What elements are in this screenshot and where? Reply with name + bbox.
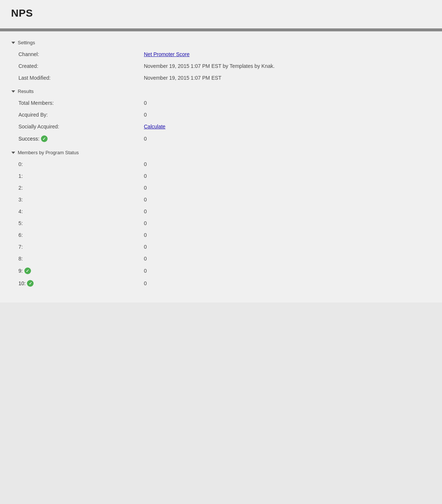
status-8-value: 0	[144, 256, 147, 262]
members-by-status-header[interactable]: Members by Program Status	[11, 147, 431, 158]
status-10-label-container: 10:	[18, 280, 144, 287]
success-checkmark-icon	[41, 135, 48, 142]
page-title: NPS	[11, 7, 431, 19]
status-5-value: 0	[144, 220, 147, 226]
status-9-label-container: 9:	[18, 267, 144, 274]
socially-acquired-value[interactable]: Calculate	[144, 124, 165, 130]
status-6-label: 6:	[18, 232, 144, 238]
status-10-value: 0	[144, 280, 147, 286]
status-3-value: 0	[144, 197, 147, 203]
status-8-label: 8:	[18, 256, 144, 262]
channel-value[interactable]: Net Promoter Score	[144, 51, 190, 57]
last-modified-label: Last Modified:	[18, 75, 144, 81]
status-0-row: 0: 0	[11, 158, 431, 170]
page-header: NPS	[0, 0, 442, 28]
channel-row: Channel: Net Promoter Score	[11, 48, 431, 60]
status-8-row: 8: 0	[11, 253, 431, 265]
acquired-by-row: Acquired By: 0	[11, 109, 431, 121]
status-4-value: 0	[144, 208, 147, 214]
divider-bar	[0, 28, 442, 31]
settings-section: Settings Channel: Net Promoter Score Cre…	[11, 37, 431, 84]
results-section-header[interactable]: Results	[11, 86, 431, 97]
created-value: November 19, 2015 1:07 PM EST by Templat…	[144, 63, 274, 69]
status-4-label: 4:	[18, 208, 144, 214]
last-modified-row: Last Modified: November 19, 2015 1:07 PM…	[11, 72, 431, 84]
total-members-label: Total Members:	[18, 100, 144, 106]
results-collapse-icon	[11, 89, 15, 94]
members-by-status-section: Members by Program Status 0: 0 1: 0 2: 0…	[11, 147, 431, 290]
status-7-value: 0	[144, 244, 147, 250]
status-1-value: 0	[144, 173, 147, 179]
status-9-row: 9: 0	[11, 265, 431, 277]
status-4-row: 4: 0	[11, 206, 431, 217]
status-3-label: 3:	[18, 197, 144, 203]
status-0-value: 0	[144, 161, 147, 167]
success-label: Success:	[18, 136, 39, 142]
status-7-label: 7:	[18, 244, 144, 250]
status-1-label: 1:	[18, 173, 144, 179]
created-row: Created: November 19, 2015 1:07 PM EST b…	[11, 60, 431, 72]
channel-label: Channel:	[18, 51, 144, 57]
status-2-label: 2:	[18, 185, 144, 191]
success-value: 0	[144, 136, 147, 142]
status-1-row: 1: 0	[11, 170, 431, 182]
status-5-label: 5:	[18, 220, 144, 226]
content-area: Settings Channel: Net Promoter Score Cre…	[0, 31, 442, 303]
status-6-value: 0	[144, 232, 147, 238]
status-10-row: 10: 0	[11, 277, 431, 290]
success-label-container: Success:	[18, 135, 144, 142]
status-0-label: 0:	[18, 161, 144, 167]
created-label: Created:	[18, 63, 144, 69]
total-members-row: Total Members: 0	[11, 97, 431, 109]
status-9-value: 0	[144, 268, 147, 274]
status-9-label: 9:	[18, 268, 23, 274]
success-row: Success: 0	[11, 132, 431, 145]
status-2-row: 2: 0	[11, 182, 431, 194]
status-6-row: 6: 0	[11, 229, 431, 241]
total-members-value: 0	[144, 100, 147, 106]
status-7-row: 7: 0	[11, 241, 431, 253]
status-5-row: 5: 0	[11, 217, 431, 229]
socially-acquired-row: Socially Acquired: Calculate	[11, 121, 431, 132]
last-modified-value: November 19, 2015 1:07 PM EST	[144, 75, 221, 81]
status-2-value: 0	[144, 185, 147, 191]
status-3-row: 3: 0	[11, 194, 431, 206]
status-10-checkmark-icon	[27, 280, 34, 287]
results-section-label: Results	[18, 89, 34, 94]
socially-acquired-label: Socially Acquired:	[18, 124, 144, 130]
status-10-label: 10:	[18, 280, 25, 286]
members-by-status-label: Members by Program Status	[18, 150, 79, 155]
settings-section-label: Settings	[18, 40, 35, 45]
settings-section-header[interactable]: Settings	[11, 37, 431, 48]
settings-collapse-icon	[11, 41, 15, 45]
status-9-checkmark-icon	[24, 267, 31, 274]
acquired-by-value: 0	[144, 112, 147, 118]
results-section: Results Total Members: 0 Acquired By: 0 …	[11, 86, 431, 145]
members-collapse-icon	[11, 151, 15, 155]
acquired-by-label: Acquired By:	[18, 112, 144, 118]
